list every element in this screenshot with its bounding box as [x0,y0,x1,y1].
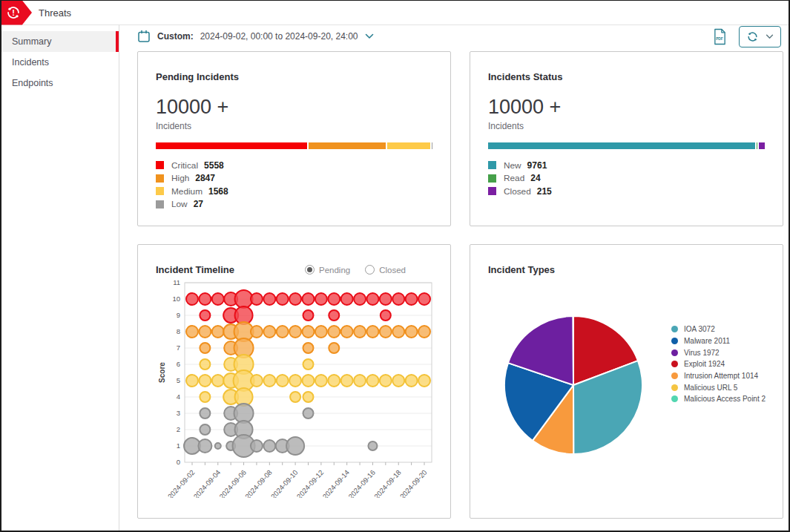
card-title: Incident Timeline [156,264,234,275]
pending-severity-legend: Critical5558High2847Medium1568Low27 [156,159,432,211]
svg-text:7: 7 [177,344,180,352]
pending-incidents-unit: Incidents [156,121,432,131]
sidebar: SummaryIncidentsEndpoints [1,25,119,531]
legend-item-high: High2847 [156,172,432,185]
bar-segment-read [757,142,757,149]
legend-label: Exploit 1924 [684,360,725,368]
bar-segment-low [432,142,432,149]
legend-label: New [504,160,521,171]
svg-text:2024-09-10: 2024-09-10 [269,468,300,498]
chevron-down-icon [766,34,774,39]
threats-logo-pennant: ! [1,1,32,25]
radio-pending[interactable]: Pending [305,265,350,275]
legend-label: Intrusion Attempt 1014 [684,372,758,380]
legend-label: High [171,173,189,183]
legend-item-new: New9761 [488,159,765,172]
chevron-down-icon [365,33,374,39]
legend-label: Critical [171,160,198,171]
legend-value: 9761 [527,160,547,171]
legend-dot [671,326,678,332]
main-content: Custom: 2024-09-02, 00:00 to 2024-09-20,… [119,25,789,531]
svg-text:2: 2 [177,425,180,433]
legend-item-malicious-url: Malicious URL 5 [671,381,766,393]
date-range-value: 2024-09-02, 00:00 to 2024-09-20, 24:00 [200,31,358,42]
legend-swatch [156,161,164,169]
legend-value: 5558 [204,160,224,171]
legend-value: 2847 [195,173,215,183]
legend-item-low: Low27 [156,198,432,211]
page-title: Threats [39,7,71,19]
legend-item-exploit: Exploit 1924 [671,358,766,370]
incidents-status-unit: Incidents [488,121,765,131]
legend-label: Closed [504,186,531,197]
legend-swatch [488,174,496,183]
legend-swatch [488,161,496,169]
svg-text:2024-09-04: 2024-09-04 [192,468,223,498]
svg-text:10: 10 [172,295,180,303]
svg-text:Score: Score [158,362,166,383]
date-range-selector[interactable]: Custom: 2024-09-02, 00:00 to 2024-09-20,… [137,30,374,43]
svg-text:8: 8 [177,327,180,335]
svg-text:2024-09-20: 2024-09-20 [398,468,429,498]
bar-segment-high [309,142,386,149]
incident-types-pie-chart [499,311,648,459]
legend-label: Low [171,199,188,209]
threat-sync-icon: ! [5,4,22,21]
incident-types-card: Incident Types IOA 3072Malware 2011Virus… [470,244,783,519]
bar-segment-closed [759,142,765,149]
svg-text:3: 3 [177,409,180,417]
legend-value: 27 [194,199,203,209]
legend-dot [671,349,678,356]
refresh-button[interactable] [739,26,781,47]
legend-label: Malicious URL 5 [684,384,737,392]
svg-text:2024-09-16: 2024-09-16 [346,468,377,498]
legend-dot [671,361,678,367]
legend-item-medium: Medium1568 [156,185,432,198]
svg-text:11: 11 [173,278,180,286]
svg-text:2024-09-06: 2024-09-06 [217,468,248,498]
bar-segment-new [488,142,755,149]
legend-swatch [156,187,164,195]
incident-types-legend: IOA 3072Malware 2011Virus 1972Exploit 19… [671,324,766,405]
legend-item-malicious-access-point: Malicious Access Point 2 [671,393,766,405]
legend-label: IOA 3072 [684,325,715,333]
legend-swatch [488,187,496,195]
card-title: Pending Incidents [156,71,432,82]
threats-dashboard: ! Threats SummaryIncidentsEndpoints Cust… [1,1,789,531]
radio-dot [365,265,375,275]
incidents-status-bar [488,142,765,149]
legend-label: Read [504,173,524,183]
svg-text:2024-09-12: 2024-09-12 [295,468,326,498]
legend-item-malware: Malware 2011 [671,335,766,347]
legend-item-virus: Virus 1972 [671,347,766,358]
svg-text:4: 4 [177,393,180,401]
radio-closed[interactable]: Closed [365,265,406,275]
legend-label: Medium [171,186,203,197]
export-pdf-button[interactable]: PDF [713,28,727,45]
svg-text:!: ! [12,8,15,17]
sidebar-item-summary[interactable]: Summary [1,31,119,52]
card-title: Incident Types [488,264,765,275]
svg-text:9: 9 [177,311,180,319]
svg-text:6: 6 [177,360,180,368]
sidebar-item-incidents[interactable]: Incidents [1,52,119,73]
timeline-filter-radios: Pending Closed [305,265,406,275]
svg-text:0: 0 [177,458,180,466]
legend-label: Malicious Access Point 2 [684,395,766,403]
svg-text:2024-09-14: 2024-09-14 [320,468,351,498]
calendar-icon [137,30,151,43]
bar-segment-critical [156,142,307,149]
radio-label: Closed [379,266,406,275]
pending-incidents-card: Pending Incidents 10000 + Incidents Crit… [137,51,451,226]
pending-severity-bar [156,142,432,149]
legend-item-critical: Critical5558 [156,159,432,172]
legend-label: Virus 1972 [684,349,720,357]
svg-text:2024-09-02: 2024-09-02 [166,468,197,498]
legend-item-intrusion-attempt: Intrusion Attempt 1014 [671,370,766,382]
date-range-label: Custom: [157,31,194,42]
incidents-status-card: Incidents Status 10000 + Incidents New97… [470,51,783,226]
refresh-icon [746,30,759,43]
card-title: Incidents Status [488,71,765,82]
sidebar-item-endpoints[interactable]: Endpoints [1,73,119,93]
svg-text:1: 1 [177,441,180,450]
